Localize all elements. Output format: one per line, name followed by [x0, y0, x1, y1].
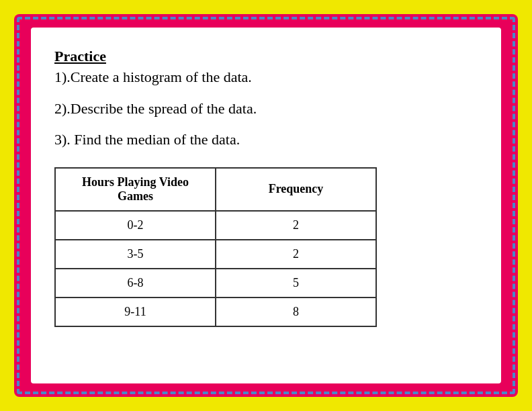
cell-frequency-0: 2	[216, 211, 376, 240]
cell-hours-1: 3-5	[55, 240, 216, 269]
instruction-3: 3). Find the median of the data.	[54, 130, 478, 150]
cell-hours-3: 9-11	[55, 298, 216, 326]
cell-frequency-3: 8	[216, 298, 376, 326]
inner-card: Practice 1).Create a histogram of the da…	[31, 28, 501, 383]
practice-title: Practice	[54, 48, 478, 65]
cell-hours-0: 0-2	[55, 211, 216, 240]
table-row: 6-85	[55, 269, 376, 298]
instruction-2: 2).Describe the spread of the data.	[54, 99, 478, 119]
table-row: 0-22	[55, 211, 376, 240]
instruction-1: 1).Create a histogram of the data.	[54, 68, 478, 87]
header-frequency: Frequency	[216, 168, 376, 211]
outer-border: Practice 1).Create a histogram of the da…	[14, 14, 518, 397]
table-row: 3-52	[55, 240, 376, 269]
cell-frequency-1: 2	[216, 240, 376, 269]
cell-frequency-2: 5	[216, 269, 376, 298]
data-table: Hours Playing Video Games Frequency 0-22…	[54, 167, 377, 327]
table-row: 9-118	[55, 298, 376, 326]
cell-hours-2: 6-8	[55, 269, 216, 298]
header-hours: Hours Playing Video Games	[55, 168, 216, 211]
